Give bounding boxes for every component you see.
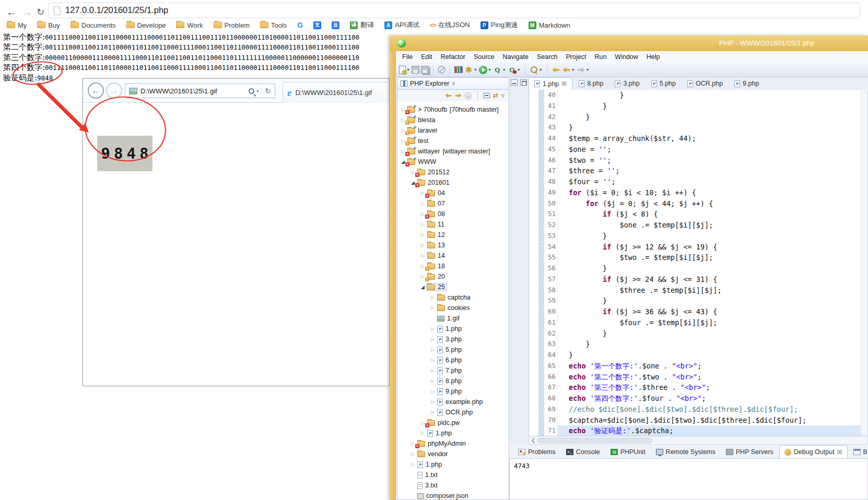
menu-edit[interactable]: Edit bbox=[417, 52, 437, 62]
bookmark-item[interactable]: Tools bbox=[256, 20, 290, 30]
bookmark-item[interactable]: B bbox=[328, 20, 343, 30]
tree-item-box[interactable]: 6.php bbox=[436, 356, 464, 364]
tree-item[interactable]: ▷example.php bbox=[397, 397, 509, 407]
tree-item-box[interactable]: ×> 70houfb [70houfb master] bbox=[406, 105, 501, 114]
dropdown-caret-icon[interactable]: ▼ bbox=[502, 68, 506, 72]
tree-item[interactable]: ▷×witlayer [witlayer master] bbox=[397, 146, 509, 157]
tree-item-box[interactable]: ×08 bbox=[426, 210, 447, 218]
editor-tab-1.php[interactable]: 1.php☒ bbox=[529, 77, 572, 90]
collapsed-arrow-icon[interactable]: ▷ bbox=[409, 462, 416, 467]
tree-item[interactable]: ▷!20 bbox=[397, 271, 509, 282]
url-text[interactable]: 127.0.0.1/201601/25/1.php bbox=[65, 5, 168, 15]
back-icon[interactable] bbox=[445, 93, 452, 99]
tree-item[interactable]: ▷×04 bbox=[397, 188, 509, 198]
tree-item[interactable]: ▷×phpMyAdmin bbox=[397, 438, 509, 449]
tree-item[interactable]: ▷×201512 bbox=[397, 167, 509, 177]
tree-item[interactable]: ▷5.php bbox=[397, 344, 509, 355]
collapsed-arrow-icon[interactable]: ▷ bbox=[429, 358, 436, 363]
view-tab-b[interactable]: B bbox=[849, 445, 868, 458]
dropdown-caret-icon[interactable]: ▼ bbox=[517, 68, 521, 72]
search-dropdown-icon[interactable]: ▾ bbox=[256, 89, 259, 93]
view-tab-remote-systems[interactable]: Remote Systems bbox=[651, 445, 720, 458]
bookmark-item[interactable]: Buy bbox=[33, 20, 63, 30]
collapsed-arrow-icon[interactable]: ▷ bbox=[419, 201, 426, 206]
editor-tab-8.php[interactable]: 8.php bbox=[573, 77, 608, 90]
ie-back-button[interactable]: ← bbox=[88, 82, 104, 99]
bookmark-item[interactable]: 译翻译 bbox=[346, 19, 378, 31]
tree-item-box[interactable]: !test bbox=[406, 137, 430, 145]
tree-item-box[interactable]: !laravel bbox=[406, 126, 439, 135]
tree-item[interactable]: ◢×WWW bbox=[397, 157, 509, 167]
tree-item-box[interactable]: 1.php bbox=[426, 429, 454, 437]
dropdown-caret-icon[interactable]: ▼ bbox=[488, 68, 491, 72]
library-button[interactable] bbox=[454, 66, 463, 73]
php-explorer-tab[interactable]: PHP Explorer ☓ bbox=[397, 77, 509, 90]
tree-item-box[interactable]: 7.php bbox=[436, 366, 464, 375]
tree-item-box[interactable]: 14 bbox=[426, 252, 447, 260]
collapsed-arrow-icon[interactable]: ▷ bbox=[429, 378, 436, 384]
tree-item[interactable]: ▷07 bbox=[397, 198, 509, 209]
tree-item-box[interactable]: composer.json bbox=[416, 492, 471, 500]
tree-item-box[interactable]: 1.txt bbox=[416, 471, 440, 479]
menu-run[interactable]: Run bbox=[590, 52, 611, 62]
view-tab-problems[interactable]: Problems bbox=[513, 445, 560, 458]
new-wizard-button[interactable]: ▼ bbox=[399, 66, 410, 74]
bookmark-item[interactable]: Documents bbox=[67, 20, 120, 30]
tree-item[interactable]: 3.txt bbox=[397, 480, 509, 491]
tree-item-box[interactable]: ×201512 bbox=[416, 168, 452, 176]
collapsed-arrow-icon[interactable]: ▷ bbox=[429, 399, 436, 404]
tree-item-box[interactable]: 3.php bbox=[436, 335, 464, 343]
menu-help[interactable]: Help bbox=[642, 52, 664, 62]
editor-tab-5.php[interactable]: 5.php bbox=[646, 77, 681, 90]
tree-item[interactable]: ▷cookies bbox=[397, 303, 509, 313]
collapsed-arrow-icon[interactable]: ▷ bbox=[429, 295, 436, 300]
close-icon[interactable]: ☒ bbox=[561, 80, 567, 87]
collapsed-arrow-icon[interactable]: ▷ bbox=[419, 243, 426, 248]
scroll-thumb[interactable] bbox=[537, 438, 652, 443]
collapsed-arrow-icon[interactable]: ▷ bbox=[429, 368, 436, 373]
ie-forward-button[interactable]: → bbox=[106, 82, 122, 99]
tree-item-box[interactable]: 07 bbox=[426, 199, 447, 208]
dropdown-caret-icon[interactable]: ▼ bbox=[539, 68, 543, 72]
tree-item[interactable]: ▷6.php bbox=[397, 355, 509, 365]
save-button[interactable] bbox=[412, 66, 419, 74]
tree-item[interactable]: ▷×> 70houfb [70houfb master] bbox=[397, 104, 509, 115]
view-tab-php-servers[interactable]: PHP Servers bbox=[721, 445, 778, 458]
collapsed-arrow-icon[interactable]: ▷ bbox=[429, 389, 436, 394]
tree-item-box[interactable]: !20 bbox=[426, 272, 447, 281]
close-icon[interactable]: ☒ bbox=[837, 449, 842, 456]
editor-tab-OCR.php[interactable]: OCR.php bbox=[682, 77, 728, 90]
menu-window[interactable]: Window bbox=[611, 52, 642, 62]
link-editor-icon[interactable]: ⇄ bbox=[493, 92, 498, 99]
tree-item-box[interactable]: 12 bbox=[426, 231, 447, 239]
collapsed-arrow-icon[interactable]: ▷ bbox=[429, 337, 436, 342]
ie-tab[interactable]: e D:\WWW\201601\25\1.gif bbox=[283, 82, 389, 103]
tree-item-box[interactable]: 9.php bbox=[436, 387, 464, 396]
last-edit-button[interactable] bbox=[552, 66, 560, 74]
bookmark-item[interactable]: <>在线JSON bbox=[426, 19, 474, 31]
bookmark-item[interactable]: 支 bbox=[310, 20, 325, 30]
debug-button[interactable]: ✱▼ bbox=[464, 65, 477, 74]
tree-item[interactable]: ▷12 bbox=[397, 230, 509, 240]
tree-item[interactable]: ▷8.php bbox=[397, 376, 509, 386]
menu-project[interactable]: Project bbox=[562, 52, 591, 62]
bookmark-item[interactable]: Work bbox=[172, 20, 206, 30]
tree-item[interactable]: ▷1.php bbox=[397, 324, 509, 334]
ie-address-text[interactable]: D:\WWW\201601\25\1.gif bbox=[140, 87, 249, 95]
tree-item[interactable]: ◢25 bbox=[397, 282, 509, 292]
collapsed-arrow-icon[interactable]: ▷ bbox=[419, 232, 426, 237]
tree-item-box[interactable]: 1.php bbox=[416, 460, 444, 469]
tree-item[interactable]: ▷OCR.php bbox=[397, 407, 509, 418]
tree-item-box[interactable]: 25 bbox=[426, 283, 447, 291]
tree-item-box[interactable]: 3.txt bbox=[416, 481, 440, 490]
vertical-scrollbar[interactable] bbox=[861, 90, 867, 436]
maximize-icon[interactable] bbox=[520, 79, 527, 86]
collapsed-arrow-icon[interactable]: ▷ bbox=[419, 431, 426, 436]
tree-item-box[interactable]: ×pidc.pw bbox=[426, 419, 462, 427]
tree-item[interactable]: 1.txt bbox=[397, 470, 509, 480]
run-button[interactable]: ▼ bbox=[479, 66, 491, 74]
tree-item-box[interactable]: example.php bbox=[436, 398, 485, 406]
bookmark-item[interactable]: MMarkdown bbox=[525, 20, 574, 30]
collapsed-arrow-icon[interactable]: ▷ bbox=[409, 451, 416, 457]
skip-breakpoints-button[interactable] bbox=[438, 66, 445, 74]
